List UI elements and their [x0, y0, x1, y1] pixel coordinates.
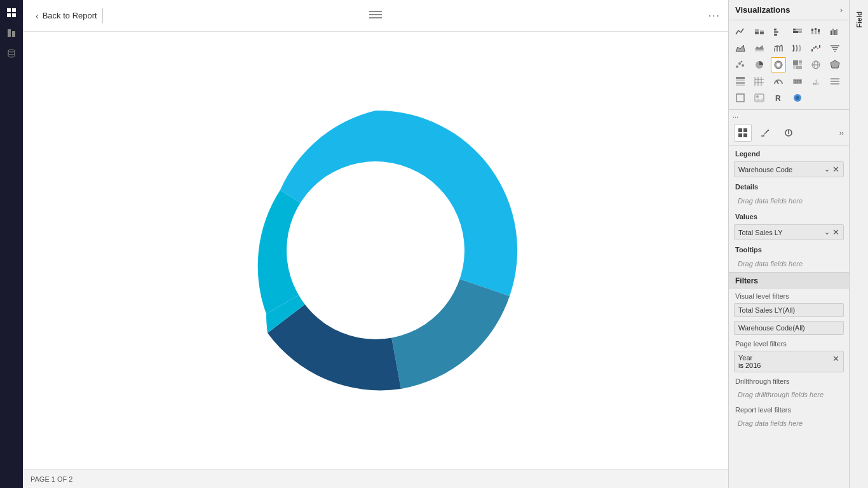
slicer-icon[interactable]: [827, 74, 843, 89]
report-level-placeholder: Drag data fields here: [734, 417, 844, 430]
svg-rect-4: [8, 29, 11, 37]
values-field-text: Total Sales LY: [738, 229, 783, 236]
svg-rect-35: [774, 48, 775, 51]
svg-rect-42: [817, 48, 818, 49]
image-icon[interactable]: [752, 90, 767, 105]
svg-point-49: [738, 62, 741, 65]
svg-rect-3: [12, 13, 16, 17]
legend-field-text: Warehouse Code: [738, 166, 792, 173]
gauge-icon[interactable]: [771, 74, 786, 89]
legend-field-arrow[interactable]: ⌄: [824, 165, 830, 173]
globe-icon[interactable]: [790, 90, 805, 105]
svg-rect-46: [833, 49, 837, 50]
values-field-x[interactable]: ✕: [832, 227, 839, 237]
sidebar-icon-report[interactable]: [4, 25, 19, 41]
filters-header: Filters: [729, 272, 849, 289]
year-chip-content: Year is 2016: [738, 354, 761, 369]
kpi-icon[interactable]: ↑KPI: [808, 74, 824, 89]
panel-expand-right[interactable]: ››: [839, 129, 844, 137]
stacked-bar-icon[interactable]: [752, 24, 767, 39]
donut-chart[interactable]: [217, 92, 534, 409]
svg-rect-89: [743, 128, 747, 132]
clustered-bar-icon[interactable]: [771, 24, 786, 39]
svg-text:R: R: [775, 94, 781, 103]
svg-text:KPI: KPI: [813, 82, 818, 86]
svg-rect-20: [793, 31, 798, 33]
filled-map-icon[interactable]: [827, 57, 843, 72]
svg-rect-43: [819, 45, 820, 48]
svg-rect-57: [799, 64, 802, 65]
filter-warehouse-code[interactable]: Warehouse Code(All): [734, 321, 844, 335]
funnel-icon[interactable]: [827, 41, 843, 56]
legend-field-chip[interactable]: Warehouse Code ⌄ ✕: [734, 161, 844, 177]
fields-tab[interactable]: [734, 124, 752, 142]
fields-panel-title[interactable]: Field: [855, 11, 863, 28]
legend-field-x[interactable]: ✕: [832, 165, 839, 174]
svg-rect-45: [832, 47, 838, 48]
viz-more-button[interactable]: ...: [729, 110, 849, 120]
svg-rect-39: [811, 49, 813, 51]
sidebar-icon-grid[interactable]: [4, 5, 19, 20]
left-sidebar: [0, 0, 23, 488]
svg-rect-14: [760, 32, 764, 34]
area-chart-icon[interactable]: [733, 41, 748, 56]
back-to-report-button[interactable]: ‹ Back to Report: [31, 8, 103, 24]
map-icon[interactable]: [808, 57, 824, 72]
donut-icon[interactable]: [771, 57, 786, 72]
values-field-chip[interactable]: Total Sales LY ⌄ ✕: [734, 224, 844, 240]
canvas-area: [23, 32, 728, 469]
analytics-tab[interactable]: [780, 124, 797, 142]
shape-icon[interactable]: [733, 90, 748, 105]
year-filter-chip[interactable]: Year is 2016 ✕: [734, 351, 844, 372]
stacked-bar-2-icon[interactable]: [790, 24, 805, 39]
svg-rect-1: [12, 8, 16, 12]
pie-icon[interactable]: [752, 57, 767, 72]
drillthrough-label: Drillthrough filters: [729, 374, 849, 386]
tooltips-label: Tooltips: [729, 242, 849, 255]
svg-rect-0: [7, 8, 11, 12]
page-level-filters-label: Page level filters: [729, 337, 849, 349]
treemap-icon[interactable]: [790, 57, 805, 72]
visualizations-expand-arrow[interactable]: ›: [840, 6, 843, 15]
svg-marker-34: [755, 45, 764, 50]
svg-rect-26: [818, 29, 820, 32]
top-bar: ‹ Back to Report ···: [23, 0, 728, 32]
svg-point-6: [8, 50, 15, 52]
svg-point-87: [796, 96, 799, 100]
svg-rect-55: [793, 60, 798, 65]
svg-rect-17: [774, 34, 777, 36]
clustered-col-icon[interactable]: [827, 24, 843, 39]
svg-rect-66: [736, 82, 745, 84]
svg-rect-36: [776, 46, 778, 51]
line-chart-icon[interactable]: [733, 24, 748, 39]
details-placeholder: Drag data fields here: [734, 194, 844, 207]
svg-rect-44: [831, 45, 839, 46]
svg-point-51: [741, 61, 743, 63]
visualizations-title: Visualizations: [735, 5, 790, 15]
ribbon-icon[interactable]: [790, 41, 805, 56]
card-icon[interactable]: 123: [790, 74, 805, 89]
r-script-icon[interactable]: R: [771, 90, 786, 105]
values-field-arrow[interactable]: ⌄: [824, 228, 830, 236]
svg-rect-18: [793, 29, 796, 30]
sidebar-icon-data[interactable]: [4, 46, 19, 61]
svg-rect-40: [813, 47, 815, 49]
100-stacked-icon[interactable]: [808, 24, 824, 39]
table-icon[interactable]: [733, 74, 748, 89]
svg-rect-27: [818, 32, 820, 34]
svg-rect-28: [831, 30, 832, 35]
svg-rect-59: [796, 66, 802, 69]
year-chip-x[interactable]: ✕: [832, 354, 839, 363]
filter-total-sales[interactable]: Total Sales LY(All): [734, 303, 844, 317]
matrix-icon[interactable]: [752, 74, 767, 89]
scatter-icon[interactable]: [733, 57, 748, 72]
svg-point-10: [287, 161, 465, 339]
back-button-label: Back to Report: [43, 11, 97, 20]
waterfall-icon[interactable]: [808, 41, 824, 56]
format-tab[interactable]: [757, 124, 775, 142]
top-bar-menu-icon[interactable]: ···: [709, 10, 721, 22]
stacked-area-icon[interactable]: [752, 41, 767, 56]
svg-rect-29: [832, 29, 834, 35]
line-clustered-icon[interactable]: [771, 41, 786, 56]
details-label: Details: [729, 179, 849, 193]
